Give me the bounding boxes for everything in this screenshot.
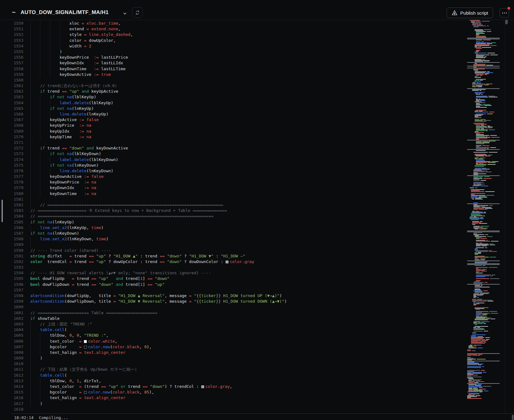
code-line[interactable]: 1577 keyDownActive := false [0, 174, 444, 179]
console-scrollbar-thumb[interactable] [512, 415, 514, 420]
line-number[interactable]: 1611 [0, 367, 23, 372]
line-number[interactable]: 1610 [0, 361, 23, 367]
code-line[interactable]: 1579 keyDownIdx := na [0, 185, 444, 191]
code-line[interactable]: 1594// ---- H1 DOW reversal alerts (▲⇄▼ … [0, 270, 444, 276]
code-line[interactable]: 1554 width = 2 [0, 43, 444, 49]
line-number[interactable]: 1595 [0, 276, 23, 281]
code-line[interactable]: 1610 [0, 361, 444, 367]
line-number[interactable]: 1596 [0, 282, 23, 287]
line-number[interactable]: 1567 [0, 117, 23, 123]
code-line[interactable]: 1617 ) [0, 401, 444, 407]
line-number[interactable]: 1550 [0, 21, 23, 26]
code-line[interactable]: 1578 keyDownPrice := na [0, 179, 444, 185]
line-number[interactable]: 1571 [0, 140, 23, 145]
line-number[interactable]: 1557 [0, 60, 23, 66]
line-number[interactable]: 1594 [0, 270, 23, 276]
code-line[interactable]: 1603 // 上段：固定 "TREND :" [0, 321, 444, 327]
line-number[interactable]: 1568 [0, 123, 23, 128]
code-line[interactable]: 1585if not na(lnKeyUp) [0, 219, 444, 225]
code-line[interactable]: 1599alertcondition(dowFlipDown, title = … [0, 299, 444, 304]
line-number[interactable]: 1607 [0, 344, 23, 350]
code-line[interactable]: 1558 keyDownTime := lastLLTime [0, 66, 444, 72]
line-number[interactable]: 1590 [0, 248, 23, 253]
code-line[interactable]: 1557 keyDownIdx := lastLLIdx [0, 60, 444, 66]
code-line[interactable]: 1613 tblDow, 0, 1, dirTxt, [0, 378, 444, 384]
code-line[interactable]: 1569 keyUpIdx := na [0, 129, 444, 134]
line-number[interactable]: 1572 [0, 145, 23, 151]
line-number[interactable]: 1574 [0, 157, 23, 163]
line-number[interactable]: 1562 [0, 89, 23, 94]
more-options-button[interactable] [500, 8, 509, 17]
line-number[interactable]: 1552 [0, 32, 23, 37]
line-number[interactable]: 1561 [0, 83, 23, 89]
line-number[interactable]: 1575 [0, 163, 23, 168]
line-number[interactable]: 1601 [0, 310, 23, 316]
code-line[interactable]: 1559 keyDownActive := true [0, 72, 444, 77]
line-number[interactable]: 1576 [0, 168, 23, 174]
code-line[interactable]: 1586 line.set_x2(lnKeyUp, time) [0, 225, 444, 231]
line-number[interactable]: 1609 [0, 355, 23, 361]
line-number[interactable]: 1553 [0, 38, 23, 43]
line-number[interactable]: 1614 [0, 384, 23, 389]
line-number[interactable]: 1612 [0, 373, 23, 378]
code-line[interactable]: 1593 [0, 265, 444, 270]
code-line[interactable]: 1605 tblDow, 0, 0, "TREND :", [0, 333, 444, 338]
code-line[interactable]: 1615 bgcolor = color.new(color.black, 85… [0, 389, 444, 395]
code-line[interactable]: 1618 [0, 407, 444, 412]
line-number[interactable]: 1602 [0, 316, 23, 321]
code-line[interactable]: 1614 text_color = (trend == "up" or tren… [0, 384, 444, 389]
code-line[interactable]: 1611 // 下段：結果（文字色を Up/Down カラーに統一） [0, 367, 444, 372]
code-line[interactable]: 1555 ) [0, 49, 444, 55]
left-scroll-marker[interactable] [2, 200, 3, 222]
line-number[interactable]: 1593 [0, 265, 23, 270]
code-line[interactable]: 1573 if not na(lblKeyDown) [0, 151, 444, 157]
line-number[interactable]: 1603 [0, 321, 23, 327]
code-line[interactable]: 1580 keyDownTime := na [0, 191, 444, 197]
line-number[interactable]: 1618 [0, 407, 23, 412]
code-line[interactable]: 1575 if not na(lnKeyDown) [0, 163, 444, 168]
code-area[interactable]: 1550 xloc = xloc.bar_time,1551 extend = … [0, 21, 444, 412]
line-number[interactable]: 1615 [0, 389, 23, 395]
line-number[interactable]: 1585 [0, 219, 23, 225]
code-line[interactable]: 1598alertcondition(dowFlipUp, title = "H… [0, 293, 444, 299]
code-line[interactable]: 1552 style = line.style_dashed, [0, 32, 444, 37]
line-number[interactable]: 1581 [0, 197, 23, 202]
code-line[interactable]: 1608 text_halign = text.align_center [0, 350, 444, 355]
line-number[interactable]: 1577 [0, 174, 23, 179]
line-number[interactable]: 1616 [0, 395, 23, 401]
line-number[interactable]: 1559 [0, 72, 23, 77]
line-number[interactable]: 1573 [0, 151, 23, 157]
vertical-scrollbar-thumb[interactable] [505, 20, 508, 24]
code-line[interactable]: 1587if not na(lnKeyDown) [0, 231, 444, 236]
code-line[interactable]: 1609 ) [0, 355, 444, 361]
sync-button[interactable] [132, 7, 143, 18]
code-line[interactable]: 1572 if trend == "down" and keyDownActiv… [0, 145, 444, 151]
line-number[interactable]: 1604 [0, 327, 23, 333]
code-line[interactable]: 1563 if not na(lblKeyUp) [0, 94, 444, 100]
code-line[interactable]: 1567 keyUpActive := false [0, 117, 444, 123]
code-line[interactable]: 1560 [0, 77, 444, 83]
code-line[interactable]: 1584// =================================… [0, 213, 444, 219]
code-line[interactable]: 1595bool dowFlipUp = trend == "up" and t… [0, 276, 444, 281]
line-number[interactable]: 1617 [0, 401, 23, 407]
line-number[interactable]: 1569 [0, 129, 23, 134]
code-line[interactable]: 1582 // ================================… [0, 202, 444, 208]
code-line[interactable]: 1551 extend = extend.none, [0, 26, 444, 32]
line-number[interactable]: 1583 [0, 208, 23, 213]
code-line[interactable]: 1564 label.delete(lblKeyUp) [0, 100, 444, 106]
chevron-down-icon[interactable] [123, 11, 127, 16]
code-line[interactable]: 1571 [0, 140, 444, 145]
code-line[interactable]: 1583// ==================== ⑨ Extend key… [0, 208, 444, 213]
line-number[interactable]: 1578 [0, 179, 23, 185]
line-number[interactable]: 1551 [0, 26, 23, 32]
code-line[interactable]: 1550 xloc = xloc.bar_time, [0, 21, 444, 26]
line-number[interactable]: 1566 [0, 111, 23, 117]
code-line[interactable]: 1612 table.cell( [0, 373, 444, 378]
code-line[interactable]: 1604 table.cell( [0, 327, 444, 333]
code-line[interactable]: 1589 [0, 242, 444, 247]
code-line[interactable]: 1565 if not na(lnKeyUp) [0, 106, 444, 111]
code-line[interactable]: 1574 label.delete(lblKeyDown) [0, 157, 444, 163]
line-number[interactable]: 1608 [0, 350, 23, 355]
code-line[interactable]: 1576 line.delete(lnKeyDown) [0, 168, 444, 174]
code-line[interactable]: 1581 [0, 197, 444, 202]
